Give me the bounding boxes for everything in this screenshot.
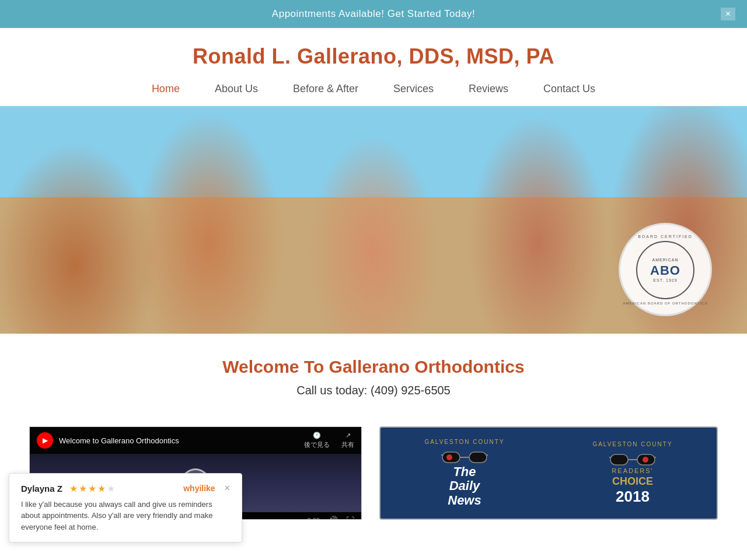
review-actions: whyilike × bbox=[183, 483, 230, 494]
award-year: 2018 bbox=[616, 488, 650, 506]
award-right-panel: GALVESTON COUNTY READERS' CHOICE 2018 bbox=[549, 428, 717, 519]
reviewer-name: Dylayna Z bbox=[21, 484, 62, 494]
announcement-close-button[interactable]: × bbox=[721, 8, 735, 20]
hero-section: BOARD CERTIFIED AMERICAN ABO EST. 1929 A… bbox=[0, 106, 747, 334]
announcement-bar: Appointments Available! Get Started Toda… bbox=[0, 0, 747, 28]
svg-point-11 bbox=[643, 457, 648, 463]
whyilike-brand[interactable]: whyilike bbox=[183, 484, 215, 493]
share-icon: ↗ bbox=[345, 432, 351, 439]
site-header: Ronald L. Gallerano, DDS, MSD, PA bbox=[0, 28, 747, 75]
video-volume-icon[interactable]: 🔊 bbox=[328, 516, 338, 520]
video-actions: 🕐 後で見る ↗ 共有 bbox=[304, 432, 354, 449]
main-nav: Home About Us Before & After Services Re… bbox=[0, 75, 747, 106]
star-2: ★ bbox=[79, 483, 87, 494]
review-identity: Dylayna Z ★ ★ ★ ★ ★ bbox=[21, 483, 115, 494]
welcome-section: Welcome To Gallerano Orthodontics Call u… bbox=[0, 334, 747, 426]
watch-later-label: 後で見る bbox=[304, 440, 330, 449]
award-choice-label: CHOICE bbox=[612, 475, 653, 488]
abo-logo: ABO bbox=[650, 263, 680, 278]
award-readers-label: READERS' bbox=[612, 467, 653, 474]
video-time: 0:00 bbox=[308, 517, 320, 520]
nav-item-services[interactable]: Services bbox=[393, 83, 434, 95]
nav-item-home[interactable]: Home bbox=[152, 83, 180, 95]
nav-item-reviews[interactable]: Reviews bbox=[469, 83, 508, 95]
welcome-phone: Call us today: (409) 925-6505 bbox=[12, 384, 735, 397]
star-3: ★ bbox=[88, 483, 96, 494]
award-county-right: GALVESTON COUNTY bbox=[592, 441, 672, 447]
share-label: 共有 bbox=[341, 440, 354, 449]
watch-later-icon: 🕐 bbox=[313, 432, 321, 439]
abo-certified-text: BOARD CERTIFIED bbox=[638, 235, 693, 239]
star-1: ★ bbox=[69, 483, 78, 494]
abo-inner-circle: AMERICAN ABO EST. 1929 bbox=[636, 241, 694, 299]
svg-point-5 bbox=[446, 454, 452, 460]
svg-rect-1 bbox=[469, 452, 487, 463]
review-header: Dylayna Z ★ ★ ★ ★ ★ whyilike × bbox=[21, 483, 230, 494]
abo-badge: BOARD CERTIFIED AMERICAN ABO EST. 1929 A… bbox=[619, 223, 712, 316]
abo-est-text: EST. 1929 bbox=[653, 278, 677, 282]
star-5: ★ bbox=[107, 483, 115, 494]
award-container: GALVESTON COUNTY The Daily News GALVE bbox=[379, 426, 718, 520]
review-popup: Dylayna Z ★ ★ ★ ★ ★ whyilike × I like y'… bbox=[9, 473, 242, 538]
video-top-bar: ▶ Welcome to Gallerano Orthodontics 🕐 後で… bbox=[30, 427, 361, 454]
star-4: ★ bbox=[97, 483, 106, 494]
review-text: I like y'all because you always call and… bbox=[21, 499, 230, 533]
video-fullscreen-icon[interactable]: ⛶ bbox=[346, 516, 354, 520]
nav-item-about[interactable]: About Us bbox=[215, 83, 258, 95]
award-paper-name: The Daily News bbox=[448, 465, 481, 508]
share-button[interactable]: ↗ 共有 bbox=[341, 432, 354, 449]
nav-item-before-after[interactable]: Before & After bbox=[293, 83, 358, 95]
review-close-button[interactable]: × bbox=[225, 483, 230, 494]
abo-org-text: AMERICAN BOARD OF ORTHODONTICS bbox=[623, 302, 708, 305]
sunglasses-right-icon bbox=[609, 450, 656, 467]
video-title: Welcome to Gallerano Orthodontics bbox=[59, 436, 179, 445]
youtube-icon: ▶ bbox=[37, 432, 53, 449]
award-inner: GALVESTON COUNTY The Daily News GALVE bbox=[381, 428, 717, 519]
announcement-text: Appointments Available! Get Started Toda… bbox=[272, 8, 475, 19]
watch-later-button[interactable]: 🕐 後で見る bbox=[304, 432, 330, 449]
abo-american-text: AMERICAN bbox=[652, 258, 679, 262]
welcome-title: Welcome To Gallerano Orthodontics bbox=[12, 357, 735, 377]
award-county-left: GALVESTON COUNTY bbox=[424, 439, 504, 445]
star-rating: ★ ★ ★ ★ ★ bbox=[69, 483, 115, 494]
site-title: Ronald L. Gallerano, DDS, MSD, PA bbox=[12, 44, 735, 69]
svg-rect-6 bbox=[610, 454, 628, 465]
nav-item-contact[interactable]: Contact Us bbox=[543, 83, 595, 95]
sunglasses-icon bbox=[441, 447, 488, 465]
award-left-panel: GALVESTON COUNTY The Daily News bbox=[381, 428, 549, 519]
